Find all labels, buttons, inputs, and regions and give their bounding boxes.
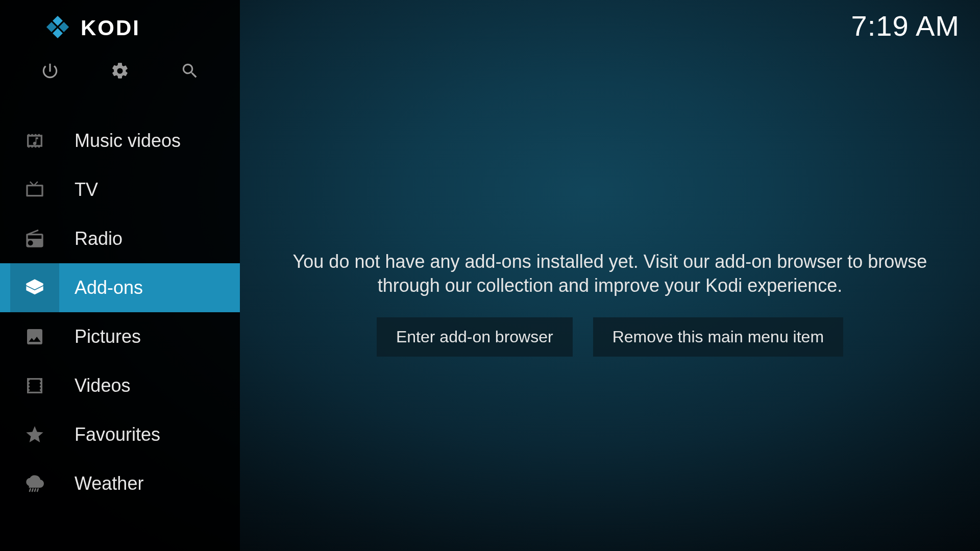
sidebar-item-music-videos[interactable]: Music videos [0, 116, 240, 165]
addons-icon [21, 278, 48, 298]
sidebar: KODI Music videos TV [0, 0, 240, 551]
sidebar-item-radio[interactable]: Radio [0, 214, 240, 263]
empty-addons-message: You do not have any add-ons installed ye… [263, 250, 957, 298]
pictures-icon [21, 327, 48, 347]
sidebar-menu: Music videos TV Radio Add-ons Pictures [0, 116, 240, 508]
svg-rect-3 [53, 28, 63, 38]
sidebar-item-label: Favourites [75, 424, 160, 445]
sidebar-item-weather[interactable]: Weather [0, 459, 240, 508]
power-icon [40, 61, 60, 81]
favourites-icon [21, 424, 48, 445]
svg-rect-2 [46, 22, 57, 32]
sidebar-item-tv[interactable]: TV [0, 165, 240, 214]
settings-button[interactable] [110, 61, 130, 81]
enter-addon-browser-button[interactable]: Enter add-on browser [377, 317, 573, 357]
search-button[interactable] [180, 61, 200, 81]
tv-icon [21, 180, 48, 200]
sidebar-item-label: TV [75, 179, 98, 201]
sidebar-item-addons[interactable]: Add-ons [0, 263, 240, 312]
sidebar-item-label: Radio [75, 228, 122, 249]
sidebar-item-videos[interactable]: Videos [0, 361, 240, 410]
main-content: You do not have any add-ons installed ye… [240, 0, 980, 551]
sidebar-item-pictures[interactable]: Pictures [0, 312, 240, 361]
search-icon [180, 61, 200, 81]
svg-rect-0 [53, 16, 63, 26]
sidebar-item-label: Pictures [75, 326, 141, 347]
sidebar-item-label: Weather [75, 473, 143, 494]
radio-icon [21, 229, 48, 249]
power-button[interactable] [40, 61, 60, 81]
gear-icon [110, 61, 130, 81]
kodi-logo-icon [45, 14, 70, 42]
sidebar-item-label: Music videos [75, 130, 181, 152]
sidebar-toolbar [0, 51, 240, 96]
sidebar-item-label: Videos [75, 375, 130, 396]
main-buttons: Enter add-on browser Remove this main me… [377, 317, 843, 357]
sidebar-item-favourites[interactable]: Favourites [0, 410, 240, 459]
sidebar-header: KODI [0, 0, 240, 51]
brand-label: KODI [81, 16, 140, 40]
weather-icon [21, 473, 48, 494]
videos-icon [21, 375, 48, 396]
sidebar-item-label: Add-ons [75, 277, 143, 298]
svg-rect-1 [59, 22, 69, 32]
music-video-icon [21, 131, 48, 151]
remove-menu-item-button[interactable]: Remove this main menu item [593, 317, 843, 357]
